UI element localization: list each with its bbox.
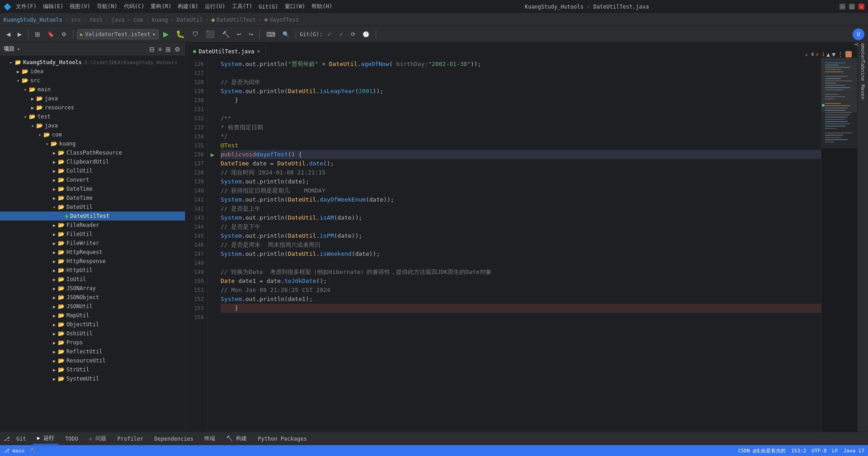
tree-item-idea[interactable]: ▶ 📂 idea bbox=[0, 67, 185, 76]
git-history-button[interactable]: 🕐 bbox=[360, 30, 372, 39]
breadcrumb-dateutil[interactable]: DateUtil bbox=[177, 17, 203, 23]
undo-button[interactable]: ↩ bbox=[234, 30, 244, 39]
menu-file[interactable]: 文件(F) bbox=[14, 2, 38, 11]
status-git[interactable]: ⎇ main bbox=[4, 448, 24, 454]
tree-item-filewriter[interactable]: ▶ 📂 FileWriter bbox=[0, 239, 185, 248]
nav-up[interactable]: ▲ bbox=[826, 51, 830, 58]
breadcrumb-dayoftest[interactable]: dayofTest bbox=[269, 17, 299, 23]
git-update-button[interactable]: ⟳ bbox=[348, 30, 358, 39]
search-button[interactable]: 🔍 bbox=[280, 30, 292, 39]
tree-item-kuang[interactable]: ▾ 📂 kuang bbox=[0, 139, 185, 148]
tab-close-button[interactable]: × bbox=[257, 48, 260, 54]
tree-item-strutil[interactable]: ▶ 📂 StrUtil bbox=[0, 365, 185, 374]
tree-item-main[interactable]: ▾ 📂 main bbox=[0, 85, 185, 94]
status-encoding[interactable]: UTF-8 bbox=[811, 448, 826, 454]
forward-button[interactable]: ▶ bbox=[15, 30, 24, 39]
tree-item-classpathresource[interactable]: ▶ 📂 ClassPathResource bbox=[0, 148, 185, 157]
settings-button[interactable]: ⚙ bbox=[59, 30, 69, 39]
maximize-button[interactable]: □ bbox=[849, 4, 855, 9]
tab-problems[interactable]: ⚠ 问题 bbox=[85, 433, 111, 444]
tree-item-httpresponse[interactable]: ▶ 📂 HttpResponse bbox=[0, 257, 185, 266]
menu-help[interactable]: 帮助(H) bbox=[310, 2, 334, 11]
menu-refactor[interactable]: 重构(R) bbox=[149, 2, 173, 11]
tree-item-com[interactable]: ▾ 📂 com bbox=[0, 130, 185, 139]
tree-item-props[interactable]: ▶ 📂 Props bbox=[0, 338, 185, 347]
stop-button[interactable]: ⬛ bbox=[203, 28, 217, 40]
menu-tools[interactable]: 工具(T) bbox=[230, 2, 255, 11]
tree-item-httprequest[interactable]: ▶ 📂 HttpRequest bbox=[0, 248, 185, 257]
tree-item-httputil[interactable]: ▶ 📂 HttpUtil bbox=[0, 266, 185, 275]
minimize-button[interactable]: — bbox=[840, 4, 845, 9]
tab-build[interactable]: 🔨 构建 bbox=[222, 433, 251, 444]
tree-item-resourceutil[interactable]: ▶ 📂 ResourceUtil bbox=[0, 356, 185, 365]
tree-item-dateutiltest[interactable]: ◉ DateUtilTest bbox=[0, 212, 185, 221]
menu-edit[interactable]: 编辑(E) bbox=[41, 2, 66, 11]
tree-item-ioutil[interactable]: ▶ 📂 IoUtil bbox=[0, 275, 185, 284]
sidebar-tool-filter[interactable]: ⊞ bbox=[165, 45, 172, 54]
status-java[interactable]: Java 17 bbox=[844, 448, 864, 454]
tree-item-oshiutil[interactable]: ▶ 📂 OshiUtil bbox=[0, 329, 185, 338]
sidebar-tool-collapse[interactable]: ⊟ bbox=[148, 45, 156, 54]
run-config-dropdown[interactable]: ▶ ValidatorTest.isTest ▾ bbox=[77, 29, 159, 39]
tree-item-java-main[interactable]: ▶ 📂 java bbox=[0, 94, 185, 103]
tab-python[interactable]: Python Packages bbox=[253, 434, 311, 444]
redo-button[interactable]: ↪ bbox=[246, 30, 256, 39]
code-content[interactable]: System.out.println("贾荀年龄" + DateUtil.age… bbox=[217, 58, 821, 432]
tab-profiler[interactable]: Profiler bbox=[113, 434, 148, 444]
tab-git[interactable]: Git bbox=[12, 434, 31, 444]
menu-run[interactable]: 运行(U) bbox=[203, 2, 227, 11]
tree-item-root[interactable]: ▾ 📁 KuangStudy_Hutools E:\Code\IDEA\Kuan… bbox=[0, 58, 185, 67]
tree-item-src[interactable]: ▾ 📂 src bbox=[0, 76, 185, 85]
tree-item-systemutil[interactable]: ▶ 📂 SystemUtil bbox=[0, 374, 185, 383]
run-button[interactable]: ▶ bbox=[160, 28, 171, 40]
bookmark-button[interactable]: 🔖 bbox=[45, 30, 57, 39]
breadcrumb-method[interactable]: ⊙ bbox=[264, 17, 268, 23]
tree-item-clipboardutil[interactable]: ▶ 📂 ClipboardUtil bbox=[0, 157, 185, 166]
back-button[interactable]: ◀ bbox=[4, 30, 13, 39]
git-commit-button[interactable]: ✓ bbox=[325, 30, 335, 39]
tree-item-reflectutil[interactable]: ▶ 📂 ReflectUtil bbox=[0, 347, 185, 356]
breadcrumb-test[interactable]: test bbox=[90, 17, 103, 23]
tree-item-collutil[interactable]: ▶ 📂 CollUtil bbox=[0, 166, 185, 175]
tab-run[interactable]: ▶ 运行 bbox=[33, 432, 59, 445]
tab-terminal[interactable]: 终端 bbox=[200, 433, 220, 444]
tree-item-java-test[interactable]: ▾ 📂 java bbox=[0, 121, 185, 130]
breadcrumb-java[interactable]: java bbox=[111, 17, 124, 23]
menu-code[interactable]: 代码(C) bbox=[122, 2, 146, 11]
sidebar-tool-sort[interactable]: ≡ bbox=[157, 45, 163, 54]
tree-item-jsonarray[interactable]: ▶ 📂 JSONArray bbox=[0, 284, 185, 293]
debug-button[interactable]: 🐛 bbox=[173, 28, 188, 40]
tree-item-filereader[interactable]: ▶ 📂 FileReader bbox=[0, 221, 185, 230]
tree-item-maputil[interactable]: ▶ 📂 MapUtil bbox=[0, 311, 185, 320]
menu-git[interactable]: Git(G) bbox=[257, 3, 280, 11]
menu-view[interactable]: 视图(V) bbox=[68, 2, 92, 11]
tree-item-fileutil[interactable]: ▶ 📂 FileUtil bbox=[0, 230, 185, 239]
status-line-sep[interactable]: LF bbox=[832, 448, 838, 454]
tab-dependencies[interactable]: Dependencies bbox=[150, 434, 198, 444]
tree-item-datetime[interactable]: ▶ 📂 DateTime bbox=[0, 184, 185, 193]
tree-item-resources[interactable]: ▶ 📂 resources bbox=[0, 103, 185, 112]
right-tool-2[interactable]: Tabnine bbox=[860, 66, 866, 75]
status-build[interactable]: 🔨 bbox=[30, 448, 36, 454]
tab-dateutiltest[interactable]: ● DateUtilTest.java × bbox=[187, 44, 266, 58]
tree-item-test[interactable]: ▾ 📂 test bbox=[0, 112, 185, 121]
tree-item-jsonutil[interactable]: ▶ 📂 JSONUtil bbox=[0, 302, 185, 311]
close-button[interactable]: ✕ bbox=[859, 4, 864, 9]
menu-navigate[interactable]: 导航(N) bbox=[95, 2, 119, 11]
run-gutter-icon[interactable]: ▶ bbox=[211, 151, 214, 158]
breadcrumb-com[interactable]: com bbox=[133, 17, 143, 23]
translate-button[interactable]: ⌨ bbox=[264, 29, 278, 39]
build-button[interactable]: 🔨 bbox=[219, 29, 232, 39]
editor-config[interactable]: ⋮ bbox=[837, 51, 844, 58]
coverage-button[interactable]: ⛉ bbox=[189, 29, 201, 39]
breadcrumb-src[interactable]: src bbox=[71, 17, 81, 23]
project-panel-button[interactable]: ⊞ bbox=[32, 29, 43, 39]
menu-window[interactable]: 窗口(W) bbox=[283, 2, 307, 11]
right-tool-1[interactable]: Key Promoter X bbox=[854, 44, 868, 53]
tree-item-dateutil[interactable]: ▾ 📂 DateUtil bbox=[0, 202, 185, 212]
tree-item-datetime[interactable]: ▶ 📂 DateTime bbox=[0, 193, 185, 202]
tree-item-objectutil[interactable]: ▶ 📂 ObjectUtil bbox=[0, 320, 185, 329]
breadcrumb-root[interactable]: KuangStudy_Hutools bbox=[4, 17, 62, 23]
user-avatar[interactable]: U bbox=[853, 28, 864, 40]
right-tool-3[interactable]: Maven bbox=[860, 88, 866, 97]
